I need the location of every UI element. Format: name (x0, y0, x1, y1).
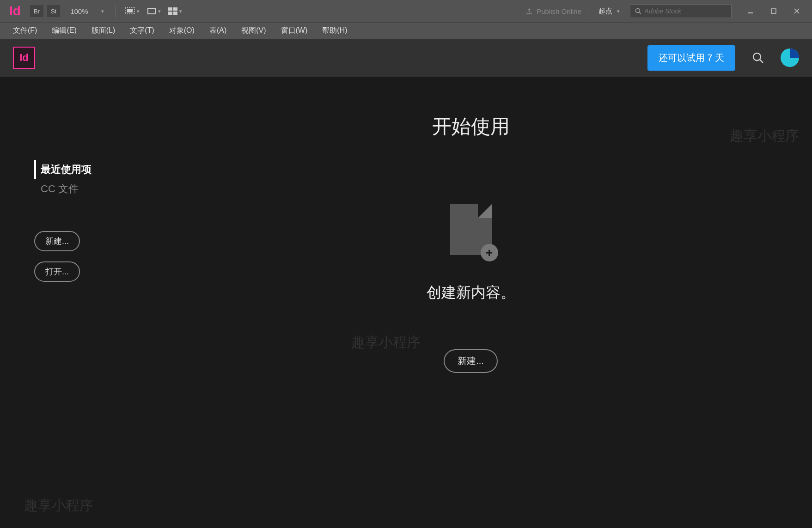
chevron-down-icon: ▾ (179, 8, 182, 14)
arrange-icon (168, 7, 177, 15)
welcome-header: Id 还可以试用 7 天 (0, 39, 812, 77)
svg-rect-7 (173, 12, 177, 15)
close-icon (794, 8, 800, 14)
stock-search-box[interactable] (630, 4, 732, 18)
stock-button[interactable]: St (47, 5, 60, 17)
start-title: 开始使用 (432, 114, 510, 140)
center-panel: 开始使用 + 创建新内容。 新建... (129, 77, 812, 528)
workspace-dropdown[interactable]: 起点 ▾ (592, 7, 626, 16)
open-button[interactable]: 打开... (34, 261, 80, 282)
chevron-down-icon: ▾ (137, 8, 140, 14)
title-bar: Id Br St 100% ▾ ▾ ▾ ▾ Publish Online 起点 … (0, 0, 812, 22)
plus-icon: + (481, 244, 498, 261)
svg-rect-3 (148, 9, 155, 13)
trial-button[interactable]: 还可以试用 7 天 (647, 45, 735, 71)
svg-point-8 (636, 9, 640, 13)
svg-rect-11 (771, 9, 776, 13)
app-badge: Id (13, 47, 35, 69)
search-button[interactable] (746, 52, 769, 64)
display-icon (147, 7, 156, 15)
menu-bar: 文件(F) 编辑(E) 版面(L) 文字(T) 对象(O) 表(A) 视图(V)… (0, 22, 812, 39)
chevron-down-icon: ▾ (158, 8, 161, 14)
svg-point-14 (753, 53, 761, 61)
zoom-dropdown[interactable]: 100% ▾ (64, 7, 108, 15)
svg-rect-6 (168, 12, 172, 15)
search-icon (752, 52, 764, 64)
svg-rect-1 (127, 9, 133, 12)
svg-rect-4 (168, 7, 172, 11)
divider (115, 5, 116, 18)
maximize-button[interactable] (762, 4, 785, 18)
svg-rect-5 (173, 7, 177, 11)
workspace-label: 起点 (598, 7, 612, 16)
chevron-down-icon: ▾ (617, 8, 620, 14)
publish-online-button[interactable]: Publish Online (519, 4, 588, 18)
maximize-icon (771, 8, 776, 14)
display-performance-dropdown[interactable]: ▾ (144, 7, 164, 15)
minimize-button[interactable] (739, 4, 762, 18)
sidebar-item-cc-files[interactable]: CC 文件 (34, 179, 129, 199)
search-icon (635, 8, 641, 14)
create-subtitle: 创建新内容。 (427, 283, 515, 303)
menu-help[interactable]: 帮助(H) (315, 23, 354, 38)
publish-label: Publish Online (537, 7, 581, 15)
app-logo: Id (4, 4, 26, 18)
chevron-down-icon: ▾ (101, 8, 104, 14)
user-avatar[interactable] (781, 49, 799, 67)
menu-edit[interactable]: 编辑(E) (44, 23, 84, 38)
upload-icon (525, 7, 533, 15)
menu-object[interactable]: 对象(O) (162, 23, 202, 38)
sidebar-nav: 最近使用项 CC 文件 (34, 160, 129, 199)
bridge-button[interactable]: Br (30, 5, 43, 17)
sidebar-item-recent[interactable]: 最近使用项 (34, 160, 129, 179)
menu-window[interactable]: 窗口(W) (274, 23, 315, 38)
view-options-group: ▾ ▾ ▾ (122, 7, 185, 15)
minimize-icon (748, 8, 753, 14)
menu-file[interactable]: 文件(F) (6, 23, 44, 38)
svg-line-9 (640, 12, 641, 14)
create-illustration: + (450, 204, 492, 255)
new-button[interactable]: 新建... (34, 231, 80, 251)
screen-mode-icon (125, 7, 135, 15)
arrange-documents-dropdown[interactable]: ▾ (165, 7, 185, 15)
center-new-button[interactable]: 新建... (444, 349, 498, 373)
menu-table[interactable]: 表(A) (202, 23, 234, 38)
screen-mode-dropdown[interactable]: ▾ (122, 7, 142, 15)
stock-search-input[interactable] (645, 7, 727, 15)
svg-line-15 (760, 60, 763, 63)
menu-type[interactable]: 文字(T) (122, 23, 161, 38)
zoom-value: 100% (68, 7, 99, 15)
close-button[interactable] (785, 4, 808, 18)
menu-view[interactable]: 视图(V) (234, 23, 273, 38)
main-content: 趣享小程序 趣享小程序 趣享小程序 最近使用项 CC 文件 新建... 打开..… (0, 77, 812, 528)
window-controls (739, 4, 808, 18)
start-sidebar: 最近使用项 CC 文件 新建... 打开... (0, 77, 129, 528)
menu-layout[interactable]: 版面(L) (84, 23, 123, 38)
